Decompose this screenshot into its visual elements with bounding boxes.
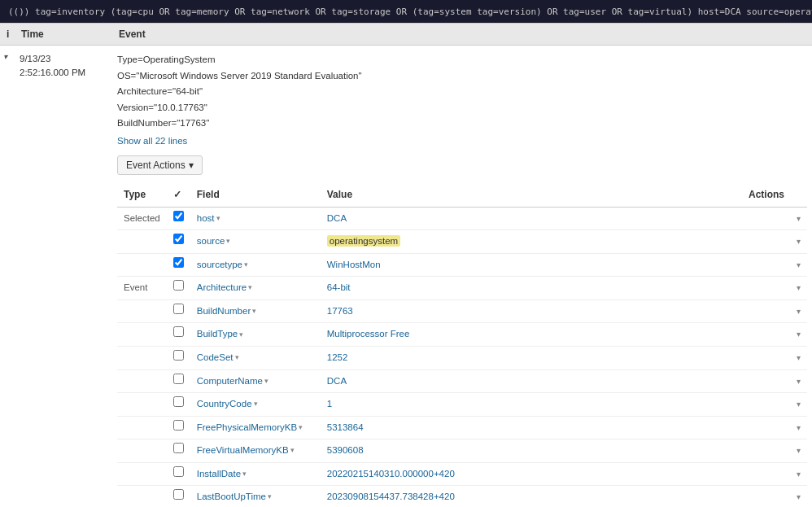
field-value-cell: operatingsystem <box>321 230 742 254</box>
field-name-link[interactable]: sourcetype ▾ <box>197 257 248 273</box>
field-dropdown-icon[interactable]: ▾ <box>239 329 243 341</box>
field-name-link[interactable]: CodeSet ▾ <box>197 350 239 366</box>
field-checkbox-cell[interactable] <box>167 323 190 347</box>
field-checkbox-cell[interactable] <box>167 299 190 323</box>
field-actions-cell[interactable]: ▾ <box>742 207 807 230</box>
field-actions-cell[interactable]: ▾ <box>742 393 807 417</box>
field-name-link[interactable]: host ▾ <box>197 211 220 227</box>
field-checkbox[interactable] <box>173 326 184 337</box>
field-name-cell[interactable]: BuildType ▾ <box>190 323 321 347</box>
field-name-cell[interactable]: source ▾ <box>190 230 321 254</box>
field-name-cell[interactable]: BuildNumber ▾ <box>190 299 321 323</box>
field-checkbox[interactable] <box>173 234 184 244</box>
field-name-cell[interactable]: Architecture ▾ <box>190 277 321 300</box>
field-actions-chevron-icon[interactable]: ▾ <box>797 374 801 388</box>
field-name-link[interactable]: LastBootUpTime ▾ <box>197 489 272 505</box>
field-checkbox[interactable] <box>173 420 184 431</box>
field-name-cell[interactable]: CodeSet ▾ <box>190 346 321 369</box>
field-actions-chevron-icon[interactable]: ▾ <box>797 490 801 504</box>
field-dropdown-icon[interactable]: ▾ <box>264 375 268 387</box>
field-name-link[interactable]: ComputerName ▾ <box>197 374 268 390</box>
field-actions-cell[interactable]: ▾ <box>742 439 807 463</box>
table-row: FreeVirtualMemoryKB ▾5390608▾ <box>117 439 807 463</box>
field-name-link[interactable]: InstallDate ▾ <box>197 466 247 483</box>
field-dropdown-icon[interactable]: ▾ <box>244 259 248 271</box>
event-actions-button[interactable]: Event Actions ▾ <box>117 155 203 175</box>
field-dropdown-icon[interactable]: ▾ <box>242 468 247 480</box>
field-checkbox[interactable] <box>173 304 184 314</box>
field-actions-chevron-icon[interactable]: ▾ <box>797 327 801 341</box>
field-dropdown-icon[interactable]: ▾ <box>290 444 295 457</box>
row-expand-icon[interactable]: ▾ <box>3 52 7 61</box>
field-actions-chevron-icon[interactable]: ▾ <box>797 212 801 225</box>
field-type-cell <box>117 462 167 486</box>
field-actions-chevron-icon[interactable]: ▾ <box>797 304 801 318</box>
field-dropdown-icon[interactable]: ▾ <box>248 282 252 294</box>
field-actions-cell[interactable]: ▾ <box>742 346 807 369</box>
field-actions-chevron-icon[interactable]: ▾ <box>797 258 801 272</box>
field-actions-chevron-icon[interactable]: ▾ <box>797 421 801 435</box>
field-actions-cell[interactable]: ▾ <box>742 369 807 393</box>
field-actions-cell[interactable]: ▾ <box>742 277 807 300</box>
field-dropdown-icon[interactable]: ▾ <box>268 491 272 503</box>
field-type-cell <box>117 253 167 277</box>
field-name-cell[interactable]: FreeVirtualMemoryKB ▾ <box>190 439 321 463</box>
field-dropdown-icon[interactable]: ▾ <box>299 422 303 434</box>
field-name-cell[interactable]: LastBootUpTime ▾ <box>190 486 321 507</box>
field-name-link[interactable]: CountryCode ▾ <box>197 396 258 413</box>
field-name-link[interactable]: Architecture ▾ <box>197 280 252 296</box>
field-checkbox-cell[interactable] <box>167 277 190 300</box>
field-actions-chevron-icon[interactable]: ▾ <box>797 444 801 457</box>
field-checkbox[interactable] <box>173 466 184 477</box>
field-name-cell[interactable]: FreePhysicalMemoryKB ▾ <box>190 416 321 439</box>
field-dropdown-icon[interactable]: ▾ <box>252 305 256 317</box>
field-checkbox-cell[interactable] <box>167 230 190 254</box>
field-checkbox-cell[interactable] <box>167 253 190 277</box>
field-name-link[interactable]: FreeVirtualMemoryKB ▾ <box>197 443 295 459</box>
field-name-cell[interactable]: sourcetype ▾ <box>190 253 321 277</box>
field-name-link[interactable]: BuildType ▾ <box>197 326 244 343</box>
field-name-cell[interactable]: host ▾ <box>190 207 321 230</box>
field-checkbox-cell[interactable] <box>167 416 190 439</box>
field-checkbox-cell[interactable] <box>167 369 190 393</box>
field-name-cell[interactable]: CountryCode ▾ <box>190 393 321 417</box>
field-dropdown-icon[interactable]: ▾ <box>226 235 230 247</box>
field-actions-chevron-icon[interactable]: ▾ <box>797 467 801 481</box>
show-all-lines-link[interactable]: Show all 22 lines <box>117 133 807 150</box>
field-checkbox[interactable] <box>173 211 184 221</box>
field-actions-chevron-icon[interactable]: ▾ <box>797 281 801 295</box>
field-actions-chevron-icon[interactable]: ▾ <box>797 397 801 411</box>
field-checkbox-cell[interactable] <box>167 462 190 486</box>
field-checkbox-cell[interactable] <box>167 439 190 463</box>
field-value-cell: 20220215140310.000000+420 <box>321 462 742 486</box>
field-actions-chevron-icon[interactable]: ▾ <box>797 234 801 248</box>
field-checkbox[interactable] <box>173 443 184 453</box>
field-checkbox-cell[interactable] <box>167 486 190 507</box>
field-name-link[interactable]: FreePhysicalMemoryKB ▾ <box>197 420 303 436</box>
field-actions-cell[interactable]: ▾ <box>742 230 807 254</box>
field-checkbox[interactable] <box>173 257 184 268</box>
field-actions-cell[interactable]: ▾ <box>742 416 807 439</box>
field-type-cell <box>117 393 167 417</box>
field-name-cell[interactable]: ComputerName ▾ <box>190 369 321 393</box>
field-actions-cell[interactable]: ▾ <box>742 299 807 323</box>
field-actions-cell[interactable]: ▾ <box>742 462 807 486</box>
field-actions-chevron-icon[interactable]: ▾ <box>797 351 801 365</box>
field-actions-cell[interactable]: ▾ <box>742 323 807 347</box>
field-checkbox-cell[interactable] <box>167 207 190 230</box>
field-checkbox[interactable] <box>173 489 184 500</box>
field-actions-cell[interactable]: ▾ <box>742 486 807 507</box>
field-checkbox[interactable] <box>173 396 184 407</box>
field-name-link[interactable]: BuildNumber ▾ <box>197 304 256 320</box>
field-dropdown-icon[interactable]: ▾ <box>216 212 220 225</box>
field-checkbox[interactable] <box>173 374 184 384</box>
field-checkbox-cell[interactable] <box>167 393 190 417</box>
field-checkbox-cell[interactable] <box>167 346 190 369</box>
field-dropdown-icon[interactable]: ▾ <box>235 352 239 364</box>
field-dropdown-icon[interactable]: ▾ <box>254 398 258 410</box>
field-name-link[interactable]: source ▾ <box>197 234 231 250</box>
field-actions-cell[interactable]: ▾ <box>742 253 807 277</box>
field-checkbox[interactable] <box>173 350 184 361</box>
field-checkbox[interactable] <box>173 280 184 291</box>
field-name-cell[interactable]: InstallDate ▾ <box>190 462 321 486</box>
